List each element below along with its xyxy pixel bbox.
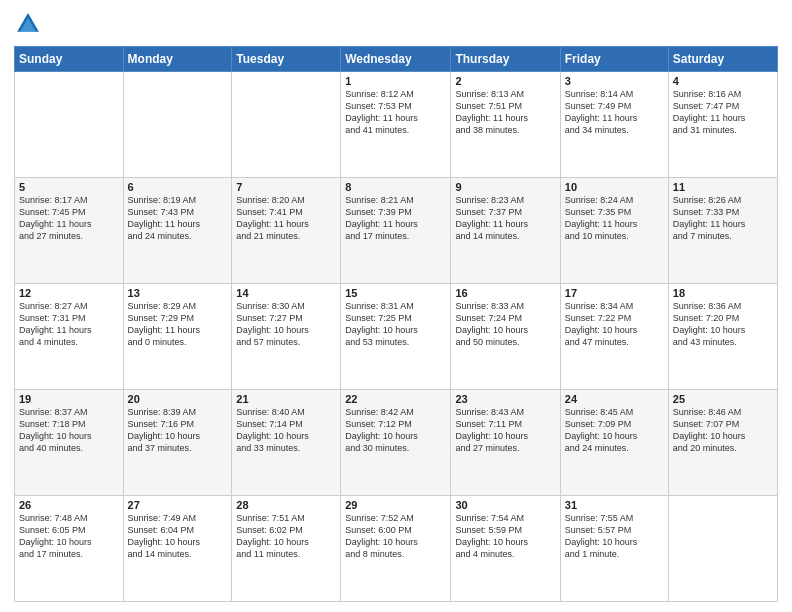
- day-number: 21: [236, 393, 336, 405]
- calendar-cell: 27Sunrise: 7:49 AM Sunset: 6:04 PM Dayli…: [123, 496, 232, 602]
- calendar-cell: 15Sunrise: 8:31 AM Sunset: 7:25 PM Dayli…: [341, 284, 451, 390]
- day-number: 15: [345, 287, 446, 299]
- day-info: Sunrise: 8:14 AM Sunset: 7:49 PM Dayligh…: [565, 88, 664, 137]
- calendar-cell: 23Sunrise: 8:43 AM Sunset: 7:11 PM Dayli…: [451, 390, 560, 496]
- day-info: Sunrise: 8:21 AM Sunset: 7:39 PM Dayligh…: [345, 194, 446, 243]
- calendar-cell: 9Sunrise: 8:23 AM Sunset: 7:37 PM Daylig…: [451, 178, 560, 284]
- day-info: Sunrise: 8:45 AM Sunset: 7:09 PM Dayligh…: [565, 406, 664, 455]
- day-number: 6: [128, 181, 228, 193]
- day-info: Sunrise: 7:51 AM Sunset: 6:02 PM Dayligh…: [236, 512, 336, 561]
- calendar-cell: [123, 72, 232, 178]
- day-info: Sunrise: 8:46 AM Sunset: 7:07 PM Dayligh…: [673, 406, 773, 455]
- day-info: Sunrise: 7:55 AM Sunset: 5:57 PM Dayligh…: [565, 512, 664, 561]
- calendar-cell: 20Sunrise: 8:39 AM Sunset: 7:16 PM Dayli…: [123, 390, 232, 496]
- weekday-header-row: SundayMondayTuesdayWednesdayThursdayFrid…: [15, 47, 778, 72]
- weekday-header-friday: Friday: [560, 47, 668, 72]
- week-row-5: 26Sunrise: 7:48 AM Sunset: 6:05 PM Dayli…: [15, 496, 778, 602]
- calendar-cell: 5Sunrise: 8:17 AM Sunset: 7:45 PM Daylig…: [15, 178, 124, 284]
- day-number: 28: [236, 499, 336, 511]
- logo: [14, 10, 46, 38]
- day-info: Sunrise: 8:37 AM Sunset: 7:18 PM Dayligh…: [19, 406, 119, 455]
- calendar-cell: 24Sunrise: 8:45 AM Sunset: 7:09 PM Dayli…: [560, 390, 668, 496]
- day-number: 19: [19, 393, 119, 405]
- calendar: SundayMondayTuesdayWednesdayThursdayFrid…: [14, 46, 778, 602]
- day-number: 4: [673, 75, 773, 87]
- day-info: Sunrise: 7:54 AM Sunset: 5:59 PM Dayligh…: [455, 512, 555, 561]
- week-row-2: 5Sunrise: 8:17 AM Sunset: 7:45 PM Daylig…: [15, 178, 778, 284]
- day-info: Sunrise: 8:26 AM Sunset: 7:33 PM Dayligh…: [673, 194, 773, 243]
- day-info: Sunrise: 8:39 AM Sunset: 7:16 PM Dayligh…: [128, 406, 228, 455]
- day-number: 29: [345, 499, 446, 511]
- calendar-cell: 19Sunrise: 8:37 AM Sunset: 7:18 PM Dayli…: [15, 390, 124, 496]
- day-number: 2: [455, 75, 555, 87]
- day-number: 18: [673, 287, 773, 299]
- day-number: 10: [565, 181, 664, 193]
- day-info: Sunrise: 8:13 AM Sunset: 7:51 PM Dayligh…: [455, 88, 555, 137]
- day-info: Sunrise: 8:19 AM Sunset: 7:43 PM Dayligh…: [128, 194, 228, 243]
- day-number: 1: [345, 75, 446, 87]
- calendar-cell: 4Sunrise: 8:16 AM Sunset: 7:47 PM Daylig…: [668, 72, 777, 178]
- calendar-cell: 11Sunrise: 8:26 AM Sunset: 7:33 PM Dayli…: [668, 178, 777, 284]
- calendar-cell: [232, 72, 341, 178]
- day-info: Sunrise: 8:34 AM Sunset: 7:22 PM Dayligh…: [565, 300, 664, 349]
- calendar-cell: 14Sunrise: 8:30 AM Sunset: 7:27 PM Dayli…: [232, 284, 341, 390]
- day-info: Sunrise: 8:17 AM Sunset: 7:45 PM Dayligh…: [19, 194, 119, 243]
- day-number: 8: [345, 181, 446, 193]
- calendar-cell: 26Sunrise: 7:48 AM Sunset: 6:05 PM Dayli…: [15, 496, 124, 602]
- weekday-header-wednesday: Wednesday: [341, 47, 451, 72]
- day-info: Sunrise: 8:43 AM Sunset: 7:11 PM Dayligh…: [455, 406, 555, 455]
- day-number: 26: [19, 499, 119, 511]
- weekday-header-sunday: Sunday: [15, 47, 124, 72]
- day-number: 5: [19, 181, 119, 193]
- day-info: Sunrise: 8:40 AM Sunset: 7:14 PM Dayligh…: [236, 406, 336, 455]
- weekday-header-thursday: Thursday: [451, 47, 560, 72]
- day-number: 11: [673, 181, 773, 193]
- day-number: 22: [345, 393, 446, 405]
- day-number: 7: [236, 181, 336, 193]
- calendar-cell: 18Sunrise: 8:36 AM Sunset: 7:20 PM Dayli…: [668, 284, 777, 390]
- day-number: 16: [455, 287, 555, 299]
- calendar-cell: 17Sunrise: 8:34 AM Sunset: 7:22 PM Dayli…: [560, 284, 668, 390]
- week-row-1: 1Sunrise: 8:12 AM Sunset: 7:53 PM Daylig…: [15, 72, 778, 178]
- day-info: Sunrise: 8:16 AM Sunset: 7:47 PM Dayligh…: [673, 88, 773, 137]
- day-info: Sunrise: 7:48 AM Sunset: 6:05 PM Dayligh…: [19, 512, 119, 561]
- calendar-cell: 31Sunrise: 7:55 AM Sunset: 5:57 PM Dayli…: [560, 496, 668, 602]
- day-info: Sunrise: 7:52 AM Sunset: 6:00 PM Dayligh…: [345, 512, 446, 561]
- day-number: 30: [455, 499, 555, 511]
- weekday-header-tuesday: Tuesday: [232, 47, 341, 72]
- day-info: Sunrise: 8:36 AM Sunset: 7:20 PM Dayligh…: [673, 300, 773, 349]
- day-info: Sunrise: 8:20 AM Sunset: 7:41 PM Dayligh…: [236, 194, 336, 243]
- day-info: Sunrise: 8:12 AM Sunset: 7:53 PM Dayligh…: [345, 88, 446, 137]
- page: SundayMondayTuesdayWednesdayThursdayFrid…: [0, 0, 792, 612]
- day-number: 27: [128, 499, 228, 511]
- weekday-header-saturday: Saturday: [668, 47, 777, 72]
- day-number: 25: [673, 393, 773, 405]
- calendar-cell: 10Sunrise: 8:24 AM Sunset: 7:35 PM Dayli…: [560, 178, 668, 284]
- calendar-cell: 30Sunrise: 7:54 AM Sunset: 5:59 PM Dayli…: [451, 496, 560, 602]
- day-info: Sunrise: 8:29 AM Sunset: 7:29 PM Dayligh…: [128, 300, 228, 349]
- calendar-cell: 7Sunrise: 8:20 AM Sunset: 7:41 PM Daylig…: [232, 178, 341, 284]
- day-number: 17: [565, 287, 664, 299]
- day-info: Sunrise: 8:33 AM Sunset: 7:24 PM Dayligh…: [455, 300, 555, 349]
- day-number: 13: [128, 287, 228, 299]
- day-number: 3: [565, 75, 664, 87]
- calendar-cell: [15, 72, 124, 178]
- calendar-cell: 29Sunrise: 7:52 AM Sunset: 6:00 PM Dayli…: [341, 496, 451, 602]
- day-info: Sunrise: 8:30 AM Sunset: 7:27 PM Dayligh…: [236, 300, 336, 349]
- calendar-cell: 1Sunrise: 8:12 AM Sunset: 7:53 PM Daylig…: [341, 72, 451, 178]
- calendar-cell: 25Sunrise: 8:46 AM Sunset: 7:07 PM Dayli…: [668, 390, 777, 496]
- day-number: 23: [455, 393, 555, 405]
- calendar-cell: 3Sunrise: 8:14 AM Sunset: 7:49 PM Daylig…: [560, 72, 668, 178]
- weekday-header-monday: Monday: [123, 47, 232, 72]
- calendar-cell: 22Sunrise: 8:42 AM Sunset: 7:12 PM Dayli…: [341, 390, 451, 496]
- day-number: 14: [236, 287, 336, 299]
- calendar-cell: 8Sunrise: 8:21 AM Sunset: 7:39 PM Daylig…: [341, 178, 451, 284]
- header: [14, 10, 778, 38]
- day-number: 24: [565, 393, 664, 405]
- day-info: Sunrise: 7:49 AM Sunset: 6:04 PM Dayligh…: [128, 512, 228, 561]
- calendar-cell: 21Sunrise: 8:40 AM Sunset: 7:14 PM Dayli…: [232, 390, 341, 496]
- day-info: Sunrise: 8:27 AM Sunset: 7:31 PM Dayligh…: [19, 300, 119, 349]
- week-row-4: 19Sunrise: 8:37 AM Sunset: 7:18 PM Dayli…: [15, 390, 778, 496]
- day-info: Sunrise: 8:23 AM Sunset: 7:37 PM Dayligh…: [455, 194, 555, 243]
- day-number: 12: [19, 287, 119, 299]
